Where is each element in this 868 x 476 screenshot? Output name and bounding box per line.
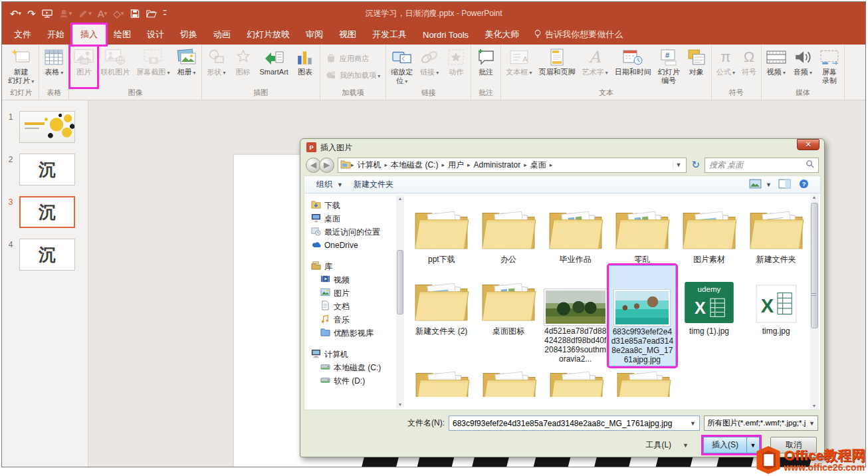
ink-color-icon[interactable]: ▾: [58, 9, 72, 19]
font-color-icon[interactable]: A▾: [98, 9, 108, 19]
file-tile-partial[interactable]: [408, 366, 475, 397]
tab-developer[interactable]: 开发工具: [364, 25, 415, 45]
audio-button[interactable]: 音频 ▾: [790, 45, 816, 87]
slide-thumbnail[interactable]: 沉: [19, 239, 75, 271]
slide-number-button[interactable]: #幻灯片 编号: [655, 45, 683, 87]
nav-local-disk-c[interactable]: 本地磁盘 (C:): [311, 361, 404, 374]
breadcrumb-history-dropdown[interactable]: ▼: [673, 162, 685, 168]
chart-button[interactable]: 图表: [292, 45, 318, 87]
table-button[interactable]: 表格 ▾: [41, 45, 67, 87]
symbol-button[interactable]: Ω符号: [738, 45, 760, 87]
new-folder-button[interactable]: 新建文件夹: [348, 179, 399, 190]
file-tile[interactable]: 毕业作品: [542, 196, 609, 265]
insert-button[interactable]: 插入(S): [703, 437, 747, 453]
nav-onedrive[interactable]: OneDrive: [311, 239, 404, 252]
tell-me-box[interactable]: 告诉我你想要做什么: [527, 25, 629, 45]
tab-nordri-tools[interactable]: Nordri Tools: [415, 25, 477, 45]
customize-qat-icon[interactable]: ⸚: [163, 9, 166, 19]
organize-button[interactable]: 组织▼: [311, 179, 348, 190]
forward-button[interactable]: ▶: [319, 158, 334, 173]
breadcrumb-segment[interactable]: Administrator: [470, 160, 524, 170]
scroll-down-icon[interactable]: ▼: [396, 402, 404, 407]
nav-downloads[interactable]: 下载: [311, 199, 404, 212]
nav-disk-d[interactable]: 软件 (D:): [311, 374, 404, 388]
tab-animations[interactable]: 动画: [205, 25, 239, 45]
breadcrumb-segment[interactable]: 本地磁盘 (C:): [387, 160, 441, 171]
date-time-button[interactable]: 日期和时间: [611, 45, 655, 87]
tools-button[interactable]: 工具(L)▼: [641, 439, 693, 451]
breadcrumb-segment[interactable]: 用户: [445, 160, 467, 171]
chevron-down-icon[interactable]: ▼: [688, 420, 696, 427]
breadcrumb-segment[interactable]: 计算机: [354, 160, 385, 171]
file-tile[interactable]: 零乱: [609, 196, 676, 265]
app-store-button[interactable]: 应用商店: [324, 52, 381, 64]
wordart-button[interactable]: A艺术字 ▾: [578, 45, 611, 87]
tab-file[interactable]: 文件: [6, 25, 39, 45]
shapes-button[interactable]: 形状 ▾: [203, 45, 230, 87]
photo-album-button[interactable]: 相册 ▾: [173, 45, 200, 87]
file-list-scrollbar[interactable]: ▲ ▼: [810, 193, 819, 410]
text-box-button[interactable]: A文本框 ▾: [502, 45, 535, 87]
nav-youku[interactable]: 优酷影视库: [311, 326, 404, 340]
file-tile[interactable]: Xtimg.jpg: [742, 265, 810, 366]
open-icon[interactable]: [146, 9, 157, 19]
help-button[interactable]: ?: [794, 179, 814, 191]
tab-draw[interactable]: 绘图: [106, 25, 139, 45]
nav-documents[interactable]: 文档: [311, 300, 404, 313]
tab-insert[interactable]: 插入: [72, 25, 106, 45]
comment-button[interactable]: 批注: [473, 45, 499, 87]
tab-transitions[interactable]: 切换: [172, 25, 205, 45]
online-pictures-button[interactable]: 联机图片: [97, 45, 133, 87]
new-slide-button[interactable]: 新建 幻灯片 ▾: [5, 45, 37, 87]
icons-button[interactable]: 图标: [230, 45, 257, 87]
scroll-up-icon[interactable]: ▲: [810, 195, 818, 199]
shapes-icon[interactable]: ◇▾: [113, 9, 124, 19]
header-footer-button[interactable]: 页眉和页脚: [535, 45, 578, 87]
nav-desktop[interactable]: 桌面: [311, 212, 404, 225]
dialog-title-bar[interactable]: P 插入图片 ✕: [304, 139, 821, 156]
nav-recent-places[interactable]: 最近访问的位置: [311, 225, 404, 239]
zoom-button[interactable]: 缩放定 位 ▾: [387, 45, 416, 87]
nav-pane-scrollbar[interactable]: ▲▼: [396, 195, 404, 408]
tab-design[interactable]: 设计: [139, 25, 172, 45]
link-button[interactable]: 链接 ▾: [416, 45, 443, 87]
file-tile[interactable]: udemyXtimg (1).jpg: [676, 265, 743, 366]
nav-music[interactable]: 音乐: [311, 313, 404, 326]
file-tile[interactable]: 桌面图标: [475, 265, 542, 366]
save-icon[interactable]: [130, 9, 140, 19]
slide-thumbnail[interactable]: [19, 111, 75, 143]
screenshot-button[interactable]: 屏幕截图 ▾: [133, 45, 173, 87]
preview-pane-button[interactable]: [775, 179, 794, 191]
slide-thumbnail[interactable]: 沉: [19, 196, 75, 228]
undo-icon[interactable]: ↶▾: [10, 9, 21, 19]
tab-review[interactable]: 审阅: [298, 25, 331, 45]
slide-thumbnail[interactable]: 沉: [19, 154, 75, 185]
file-tile[interactable]: ppt下载: [408, 196, 475, 265]
redo-icon[interactable]: ↷: [27, 9, 36, 19]
file-tile-partial[interactable]: [475, 366, 542, 397]
draw-icon[interactable]: ▾: [78, 9, 92, 19]
tab-home[interactable]: 开始: [39, 25, 72, 45]
nav-videos[interactable]: 视频: [311, 273, 404, 287]
file-tile-partial[interactable]: [542, 366, 609, 397]
file-tile[interactable]: 683c9f93efef2e4d31e85a7ead3148e2aa8c_MG_…: [609, 265, 676, 366]
screen-recording-button[interactable]: 屏幕 录制: [816, 45, 843, 87]
breadcrumb[interactable]: ▸计算机▸本地磁盘 (C:)▸用户▸Administrator▸桌面▸▼: [338, 158, 687, 173]
file-tile[interactable]: 4d521ea78d7d88424288df98bd40f20841369sou…: [542, 265, 609, 366]
nav-pictures[interactable]: 图片: [311, 287, 404, 300]
close-button[interactable]: ✕: [797, 139, 819, 150]
picture-button[interactable]: 图片: [70, 45, 97, 87]
start-presentation-icon[interactable]: [42, 9, 53, 19]
file-type-select[interactable]: 所有图片(*.emf;*.wmf;*.jpg;*.j ▼: [704, 416, 818, 431]
refresh-icon[interactable]: ↻: [690, 159, 701, 171]
file-tile-partial[interactable]: [609, 366, 677, 397]
search-input[interactable]: 搜索 桌面: [705, 158, 819, 173]
object-button[interactable]: 对象: [683, 45, 710, 87]
video-button[interactable]: 视频 ▾: [763, 45, 790, 87]
scroll-up-icon[interactable]: ▲: [396, 196, 404, 201]
action-button[interactable]: 动作: [443, 45, 469, 87]
file-tile[interactable]: 新建文件夹: [742, 196, 810, 265]
smartart-button[interactable]: SmartArt: [257, 45, 292, 87]
file-tile[interactable]: 办公: [475, 196, 542, 265]
my-addins-button[interactable]: 我的加载项 ▾: [324, 68, 381, 80]
